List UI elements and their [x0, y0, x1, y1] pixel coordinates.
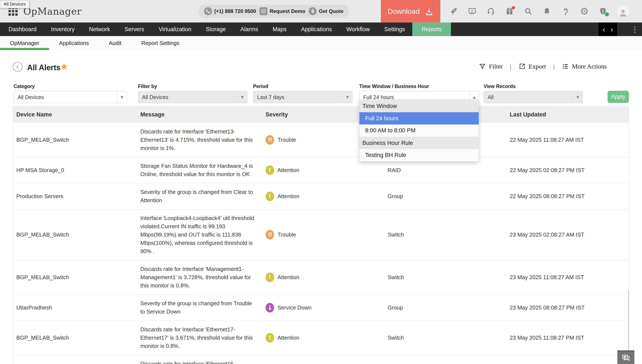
severity-label: Trouble — [277, 230, 296, 239]
dropdown-item[interactable]: Testing BH Rule — [360, 149, 479, 162]
nav-scroll-chevrons[interactable]: ‹› — [598, 22, 617, 36]
device-name-cell: Production Servers — [13, 188, 138, 205]
nav-item-label: Virtualization — [159, 26, 191, 33]
severity-label: Attention — [277, 273, 299, 282]
report-actions: Filter | Export | More Actions — [479, 63, 607, 70]
subnav-tab-label: Report Settings — [141, 40, 179, 46]
last-updated-cell: 23 May 2025 11:08:27 PM IST — [476, 329, 629, 346]
severity-label: Service Down — [277, 304, 311, 312]
message-cell: Discards rate for Interface 'Ethernet15-… — [138, 355, 266, 364]
alert-row[interactable]: BGP_MELAB_Switch Discards rate for Inter… — [13, 260, 629, 295]
opmanager-logo: OpManager — [23, 6, 82, 17]
back-button[interactable] — [13, 62, 23, 72]
select-arrow-icon: ▼ — [237, 92, 247, 103]
nav-overflow-menu-icon[interactable]: ⋮ — [630, 22, 639, 36]
nav-item-label: Applications — [301, 26, 332, 33]
filter-select[interactable]: All Devices ▼ — [14, 91, 127, 103]
rocket-icon[interactable] — [449, 6, 458, 16]
subnav-tab[interactable]: Audit — [99, 36, 131, 50]
download-label: Download — [388, 7, 420, 16]
more-actions-button[interactable]: More Actions — [562, 63, 607, 70]
request-demo-label: Request Demo — [270, 8, 305, 14]
nav-item[interactable]: Inventory — [44, 22, 82, 36]
export-label: Export — [529, 63, 546, 70]
alert-row[interactable]: HP MSA Storage_0 Storage Fan Status Moni… — [13, 157, 629, 183]
severity-label: Attention — [277, 166, 299, 174]
severity-icon — [266, 230, 274, 240]
security-shield-icon[interactable] — [598, 6, 608, 16]
nav-item[interactable]: Dashboard — [0, 22, 44, 36]
filter-label: View Records — [484, 84, 583, 89]
export-button[interactable]: Export — [518, 63, 546, 70]
severity-cell: Attention — [266, 161, 357, 180]
chat-feedback-button[interactable] — [617, 350, 634, 364]
settings-gear-icon[interactable]: ⚙ — [580, 6, 589, 16]
chevron-right-icon: › — [610, 25, 613, 34]
dropdown-item[interactable]: 8:00 AM to 8:00 PM — [360, 124, 479, 137]
favorite-star-icon[interactable]: ★ — [60, 61, 68, 72]
nav-item[interactable]: Maps — [265, 22, 294, 36]
nav-item[interactable]: Workflow — [339, 22, 377, 36]
alert-row[interactable]: Production Servers Severity of the group… — [13, 183, 629, 209]
get-quote-label: Get Quote — [319, 8, 344, 14]
alert-row[interactable]: BGP_MELAB_Switch Discards rate for Inter… — [13, 123, 629, 157]
nav-item[interactable]: Settings — [377, 22, 412, 36]
subnav-tab[interactable]: Report Settings — [131, 36, 189, 50]
filter-select[interactable]: All Devices ▼ — [138, 91, 247, 103]
filter-button[interactable]: Filter — [479, 63, 503, 70]
filter-block: Filter by All Devices ▼ — [138, 84, 247, 103]
nav-item[interactable]: Network — [82, 22, 117, 36]
subnav-tab[interactable]: OpManager — [0, 36, 49, 50]
gift-icon[interactable] — [505, 6, 514, 16]
get-quote-link[interactable]: $ Get Quote — [309, 7, 344, 15]
device-name-cell: HP MSA Storage_0 — [13, 162, 138, 179]
request-demo-link[interactable]: Request Demo — [259, 7, 305, 15]
demo-screen-icon[interactable] — [467, 6, 477, 16]
gift-badge — [512, 6, 515, 9]
time-window-dropdown: Time Window Full 24 hours 8:00 AM to 8:0… — [359, 100, 479, 162]
search-icon[interactable] — [524, 6, 533, 16]
user-avatar[interactable] — [617, 5, 629, 18]
filter-select-value: All Devices — [142, 94, 168, 100]
nav-item[interactable]: Storage — [198, 22, 233, 36]
dropdown-item[interactable]: Time Window — [360, 100, 479, 112]
support-headset-icon[interactable] — [486, 6, 496, 16]
phone-link[interactable]: (+1) 888 720 9500 — [204, 7, 256, 15]
nav-item[interactable]: Virtualization — [151, 22, 198, 36]
message-cell: Storage Fan Status Monitor for Hardware_… — [138, 157, 266, 183]
plugin-icon[interactable] — [561, 6, 570, 16]
top-header-bar: OpManager (+1) 888 720 9500 Request Demo… — [0, 0, 642, 22]
nav-item[interactable]: Reports — [412, 22, 451, 36]
filter-label: Filter by — [138, 84, 247, 89]
export-icon — [518, 63, 526, 70]
severity-icon — [266, 272, 274, 282]
severity-cell: Attention — [266, 268, 357, 287]
subnav-tab[interactable]: Applications — [49, 36, 99, 50]
scrollbar-thumb[interactable] — [628, 290, 629, 351]
severity-label: Trouble — [277, 136, 296, 144]
nav-item[interactable]: Alarms — [233, 22, 265, 36]
nav-item[interactable]: Servers — [117, 22, 151, 36]
contact-pill: (+1) 888 720 9500 Request Demo $ Get Quo… — [198, 5, 349, 18]
subnav-tab-label: OpManager — [10, 40, 39, 46]
severity-cell: Service Down — [266, 298, 357, 317]
notifications-bell-icon[interactable] — [542, 6, 552, 16]
chat-icon — [621, 354, 630, 362]
filter-select[interactable]: All ▼ — [484, 91, 583, 103]
download-button[interactable]: Download — [381, 0, 440, 22]
alert-row[interactable]: BGP_MELAB_Switch Discards rate for Inter… — [13, 355, 629, 364]
nav-item-label: Workflow — [347, 26, 370, 33]
filter-select[interactable]: Last 7 days ▼ — [253, 91, 353, 103]
nav-item[interactable]: Applications — [294, 22, 339, 36]
last-updated-cell: 23 May 2025 02:08:27 AM IST — [476, 226, 629, 244]
phone-number: (+1) 888 720 9500 — [214, 8, 256, 14]
category-cell: RAID — [357, 162, 476, 179]
alert-row[interactable]: BGP_MELAB_Switch Interface 'Loopback4-Lo… — [13, 209, 629, 260]
dropdown-item[interactable]: Business Hour Rule — [360, 137, 479, 149]
category-cell: Switch — [357, 329, 476, 346]
dropdown-item[interactable]: Full 24 hours — [360, 112, 479, 124]
alert-row[interactable]: UttarPradhesh Severity of the group is c… — [13, 295, 629, 321]
apply-button[interactable]: Apply — [608, 91, 629, 103]
severity-cell: Attention — [266, 363, 357, 364]
alert-row[interactable]: BGP_MELAB_Switch Discards rate for Inter… — [13, 321, 629, 355]
